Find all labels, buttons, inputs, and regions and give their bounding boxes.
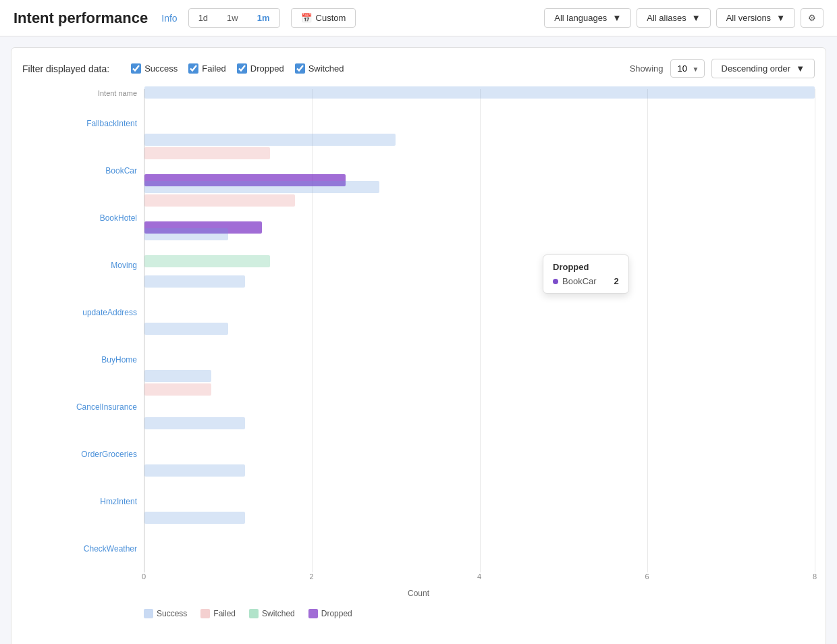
bar-switched[interactable]: [144, 255, 270, 267]
failed-checkbox[interactable]: [188, 63, 198, 74]
header-controls: All languages ▼ All aliases ▼ All versio…: [544, 8, 824, 28]
filter-row: Filter displayed data: Success Failed Dr…: [22, 59, 815, 78]
dropped-label: Dropped: [250, 63, 284, 74]
bar-empty: [144, 478, 146, 490]
success-checkbox[interactable]: [131, 63, 141, 74]
bar-success[interactable]: [144, 323, 228, 335]
y-label-hmzintent[interactable]: HmzIntent: [22, 478, 144, 525]
legend-item-success: Success: [144, 609, 187, 618]
success-label: Success: [144, 63, 178, 74]
y-label-moving[interactable]: Moving: [22, 242, 144, 289]
languages-dropdown[interactable]: All languages ▼: [544, 8, 631, 28]
bar-success[interactable]: [144, 86, 815, 99]
grid-line: [815, 89, 815, 572]
legend-label: Dropped: [321, 609, 352, 618]
custom-date-button[interactable]: 📅 Custom: [291, 8, 356, 28]
bar-empty: [144, 350, 146, 362]
bar-empty: [144, 100, 146, 112]
x-tick: 2: [309, 572, 313, 581]
info-link[interactable]: Info: [161, 13, 177, 24]
x-ticks-container: 02468: [144, 572, 815, 586]
y-label-bookcar[interactable]: BookCar: [22, 147, 144, 194]
x-tick: 4: [477, 572, 481, 581]
chevron-down-icon: ▼: [776, 13, 785, 23]
legend-color: [249, 609, 259, 618]
custom-label: Custom: [316, 13, 346, 23]
y-axis-labels: Intent name FallbackIntentBookCarBookHot…: [22, 89, 144, 572]
legend-color: [200, 609, 210, 618]
y-label-fallbackintent[interactable]: FallbackIntent: [22, 100, 144, 147]
showing-row: Showing 5 10 20 50 Descending order ▼: [630, 59, 815, 78]
legend-label: Success: [157, 609, 187, 618]
bars-container: Dropped BookCar 2: [144, 89, 815, 572]
bar-empty: [144, 491, 146, 504]
dropped-checkbox[interactable]: [237, 63, 247, 74]
legend-item-switched: Switched: [249, 609, 295, 618]
settings-button[interactable]: ⚙: [801, 8, 824, 28]
filter-success[interactable]: Success: [131, 63, 178, 74]
bar-group-checkweather: [144, 506, 815, 570]
main-content: Filter displayed data: Success Failed Dr…: [11, 47, 826, 644]
legend-item-dropped: Dropped: [308, 609, 352, 618]
legend-item-failed: Failed: [200, 609, 236, 618]
bar-empty: [144, 397, 146, 409]
y-label-cancelinsurance[interactable]: CancelInsurance: [22, 383, 144, 431]
bar-success[interactable]: [144, 181, 379, 193]
legend: SuccessFailedSwitchedDropped: [22, 609, 815, 618]
header: Intent performance Info 1d 1w 1m 📅 Custo…: [0, 0, 837, 36]
time-btn-1w[interactable]: 1w: [217, 9, 248, 27]
bar-success[interactable]: [144, 417, 245, 429]
bar-empty: [144, 444, 146, 456]
bar-success[interactable]: [144, 228, 228, 240]
failed-label: Failed: [202, 63, 225, 74]
bar-row: [144, 514, 815, 562]
x-tick: 8: [813, 572, 817, 581]
gear-icon: ⚙: [808, 13, 816, 23]
x-tick: 0: [142, 572, 146, 581]
chevron-down-icon: ▼: [796, 63, 805, 74]
switched-checkbox[interactable]: [295, 63, 305, 74]
switched-label: Switched: [308, 63, 344, 74]
aliases-dropdown[interactable]: All aliases ▼: [637, 8, 710, 28]
bar-empty: [144, 539, 146, 551]
bar-empty: [144, 289, 146, 301]
filter-checkboxes: Success Failed Dropped Switched: [131, 63, 344, 74]
page-title: Intent performance: [14, 9, 148, 27]
time-btn-1m[interactable]: 1m: [248, 9, 279, 27]
versions-dropdown[interactable]: All versions ▼: [716, 8, 795, 28]
bar-success[interactable]: [144, 134, 396, 146]
y-label-ordergroceries[interactable]: OrderGroceries: [22, 431, 144, 478]
y-label-checkweather[interactable]: CheckWeather: [22, 525, 144, 572]
y-label-updateaddress[interactable]: updateAddress: [22, 289, 144, 336]
x-tick: 6: [645, 572, 649, 581]
showing-select-wrapper: 5 10 20 50: [670, 59, 705, 78]
y-axis-title: Intent name: [22, 89, 144, 97]
bar-failed[interactable]: [144, 194, 295, 207]
bar-success[interactable]: [144, 370, 211, 382]
bar-success[interactable]: [144, 512, 245, 524]
bar-empty: [144, 525, 146, 537]
showing-select[interactable]: 5 10 20 50: [670, 59, 705, 78]
filter-switched[interactable]: Switched: [295, 63, 344, 74]
bar-success[interactable]: [144, 275, 245, 288]
bar-empty: [144, 208, 146, 220]
order-dropdown[interactable]: Descending order ▼: [711, 59, 815, 78]
bar-failed[interactable]: [144, 147, 270, 159]
time-filter: 1d 1w 1m: [188, 8, 280, 28]
legend-label: Failed: [213, 609, 236, 618]
y-label-bookhotel[interactable]: BookHotel: [22, 194, 144, 242]
bar-failed[interactable]: [144, 383, 211, 396]
order-label: Descending order: [722, 63, 791, 74]
legend-color: [144, 609, 153, 618]
chevron-down-icon: ▼: [692, 13, 701, 23]
bar-empty: [144, 336, 146, 348]
time-btn-1d[interactable]: 1d: [189, 9, 217, 27]
bar-empty: [144, 113, 146, 126]
y-label-buyhome[interactable]: BuyHome: [22, 336, 144, 383]
filter-failed[interactable]: Failed: [188, 63, 225, 74]
bar-success[interactable]: [144, 464, 245, 477]
filter-dropped[interactable]: Dropped: [237, 63, 284, 74]
calendar-icon: 📅: [301, 13, 312, 23]
bar-empty: [144, 161, 146, 173]
bar-empty: [144, 242, 146, 254]
